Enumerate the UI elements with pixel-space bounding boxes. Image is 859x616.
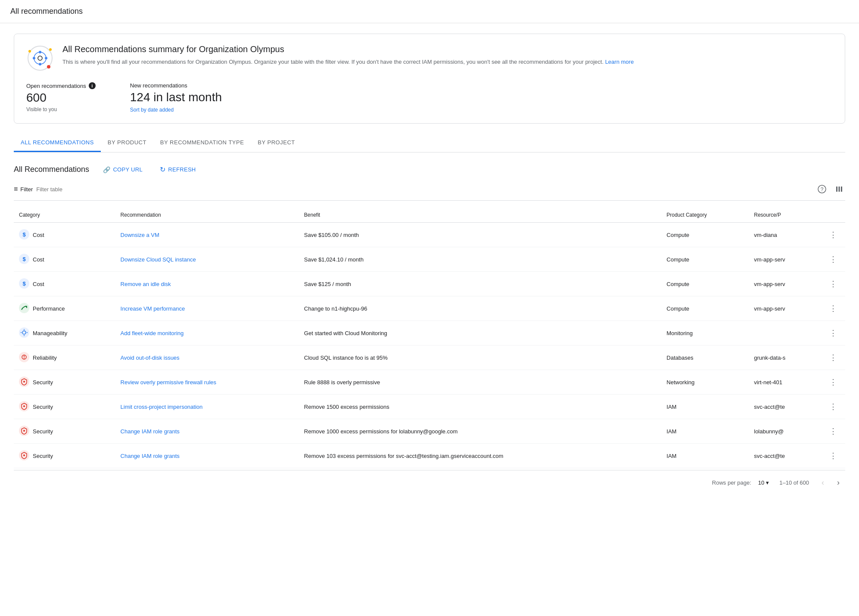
row-more-button[interactable]: ⋮ [826, 228, 840, 242]
svg-point-33 [23, 430, 25, 432]
open-recommendations-stat: Open recommendations i 600 Visible to yo… [26, 82, 96, 113]
next-page-button[interactable]: › [831, 476, 845, 489]
rows-per-page-select[interactable]: 10 ▾ [755, 478, 772, 488]
svg-point-31 [23, 405, 25, 407]
recommendation-link[interactable]: Add fleet-wide monitoring [121, 330, 184, 336]
tab-by-project[interactable]: BY PROJECT [251, 134, 302, 152]
category-cell: $Cost [14, 272, 115, 296]
resource-cell: lolabunny@ [749, 419, 821, 444]
resource-cell: svc-acct@te [749, 444, 821, 468]
row-more-button[interactable]: ⋮ [826, 277, 840, 291]
resource-cell: vm-diana [749, 223, 821, 247]
recommendation-link[interactable]: Limit cross-project impersonation [121, 404, 203, 410]
resource-cell: grunk-data-s [749, 345, 821, 370]
category-icon [19, 352, 29, 364]
new-count: 124 in last month [130, 90, 222, 104]
refresh-icon: ↻ [160, 165, 165, 174]
svg-text:$: $ [22, 280, 26, 287]
table-row: ReliabilityAvoid out-of-disk issuesCloud… [14, 345, 845, 370]
copy-url-icon: 🔗 [103, 166, 110, 173]
row-more-button[interactable]: ⋮ [826, 400, 840, 414]
svg-point-8 [49, 48, 52, 51]
recommendation-cell: Add fleet-wide monitoring [115, 321, 299, 345]
filter-right: ? [816, 183, 845, 195]
table-header: All Recommendations 🔗 COPY URL ↻ REFRESH [14, 163, 845, 176]
benefit-cell: Save $125 / month [299, 272, 661, 296]
col-product-category: Product Category [661, 208, 749, 223]
recommendation-link[interactable]: Change IAM role grants [121, 453, 180, 459]
category-icon: $ [19, 229, 29, 241]
resource-cell: virt-net-401 [749, 370, 821, 395]
table-title: All Recommendations [14, 165, 89, 174]
recommendation-link[interactable]: Review overly permissive firewall rules [121, 379, 217, 386]
help-icon[interactable]: ? [816, 183, 828, 195]
columns-icon[interactable] [833, 183, 845, 195]
filter-icon: ≡ [14, 185, 18, 193]
tab-all-recommendations[interactable]: ALL RECOMMENDATIONS [14, 134, 101, 152]
open-sub: Visible to you [26, 106, 96, 112]
tab-by-product[interactable]: BY PRODUCT [101, 134, 153, 152]
summary-illustration [26, 44, 54, 72]
product-category-cell: Databases [661, 345, 749, 370]
resource-cell [749, 321, 821, 345]
table-row: $CostDownsize Cloud SQL instanceSave $1,… [14, 247, 845, 272]
svg-point-5 [45, 57, 47, 59]
open-count: 600 [26, 91, 96, 105]
category-icon: $ [19, 254, 29, 265]
svg-rect-12 [836, 187, 837, 192]
filter-bar: ≡ Filter ? [14, 183, 845, 201]
svg-point-27 [24, 358, 25, 359]
recommendation-link[interactable]: Remove an idle disk [121, 281, 171, 287]
tab-by-recommendation-type[interactable]: BY RECOMMENDATION TYPE [153, 134, 251, 152]
recommendation-link[interactable]: Change IAM role grants [121, 428, 180, 435]
recommendation-link[interactable]: Downsize Cloud SQL instance [121, 256, 196, 263]
product-category-cell: IAM [661, 419, 749, 444]
product-category-cell: Monitoring [661, 321, 749, 345]
prev-page-button[interactable]: ‹ [816, 476, 830, 489]
recommendation-cell: Change IAM role grants [115, 444, 299, 468]
copy-url-button[interactable]: 🔗 COPY URL [100, 164, 146, 176]
svg-point-21 [19, 303, 29, 313]
resource-cell: vm-app-serv [749, 296, 821, 321]
svg-point-22 [19, 327, 29, 338]
benefit-cell: Save $105.00 / month [299, 223, 661, 247]
svg-text:$: $ [22, 231, 26, 238]
row-more-button[interactable]: ⋮ [826, 302, 840, 315]
category-icon [19, 303, 29, 314]
info-icon[interactable]: i [89, 82, 96, 89]
recommendation-link[interactable]: Downsize a VM [121, 232, 159, 238]
product-category-cell: IAM [661, 444, 749, 468]
table-header-row: Category Recommendation Benefit Product … [14, 208, 845, 223]
recommendation-link[interactable]: Avoid out-of-disk issues [121, 355, 180, 361]
benefit-cell: Rule 8888 is overly permissive [299, 370, 661, 395]
row-more-button[interactable]: ⋮ [826, 326, 840, 340]
category-cell: Performance [14, 296, 115, 321]
table-row: SecurityChange IAM role grantsRemove 100… [14, 419, 845, 444]
sort-by-date-link[interactable]: Sort by date added [130, 107, 174, 113]
page-title: All recommendations [10, 7, 83, 16]
svg-point-3 [39, 63, 41, 65]
col-benefit: Benefit [299, 208, 661, 223]
row-more-button[interactable]: ⋮ [826, 351, 840, 364]
svg-point-9 [47, 65, 50, 68]
recommendation-cell: Change IAM role grants [115, 419, 299, 444]
table-row: $CostRemove an idle diskSave $125 / mont… [14, 272, 845, 296]
category-cell: $Cost [14, 223, 115, 247]
recommendation-cell: Increase VM performance [115, 296, 299, 321]
recommendation-cell: Limit cross-project impersonation [115, 395, 299, 419]
refresh-button[interactable]: ↻ REFRESH [156, 163, 199, 176]
row-more-button[interactable]: ⋮ [826, 252, 840, 266]
filter-input[interactable] [36, 186, 122, 193]
row-more-button[interactable]: ⋮ [826, 375, 840, 389]
category-icon [19, 376, 29, 388]
row-more-button[interactable]: ⋮ [826, 449, 840, 463]
learn-more-link[interactable]: Learn more [605, 59, 634, 65]
category-cell: Security [14, 395, 115, 419]
filter-left: ≡ Filter [14, 185, 122, 193]
category-cell: Manageability [14, 321, 115, 345]
svg-point-2 [39, 51, 41, 53]
svg-rect-14 [841, 187, 842, 192]
filter-button[interactable]: ≡ Filter [14, 185, 33, 193]
row-more-button[interactable]: ⋮ [826, 424, 840, 438]
recommendation-link[interactable]: Increase VM performance [121, 305, 185, 312]
